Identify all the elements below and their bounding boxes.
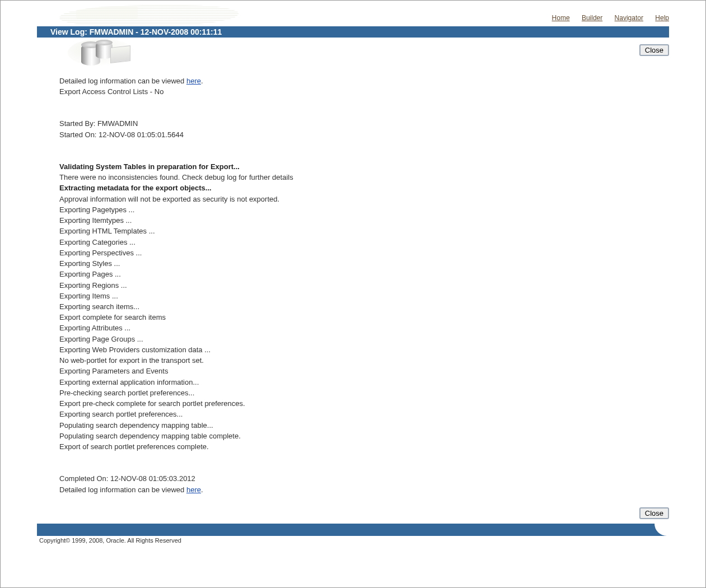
- log-line: Exporting Styles ...: [59, 258, 669, 269]
- top-nav: Home Builder Navigator Help: [542, 14, 669, 22]
- completed-on: Completed On: 12-NOV-08 01:05:03.2012: [59, 473, 669, 484]
- started-by: Started By: FMWADMIN: [59, 118, 669, 129]
- nav-navigator[interactable]: Navigator: [615, 14, 643, 22]
- log-line: Exporting Parameters and Events: [59, 366, 669, 376]
- completed-suffix: .: [201, 486, 203, 494]
- log-line: Approval information will not be exporte…: [59, 194, 669, 204]
- log-line: Exporting Items ...: [59, 291, 669, 301]
- validating-line: There were no inconsistencies found. Che…: [59, 172, 669, 183]
- completed-text: Detailed log information can be viewed: [59, 486, 186, 494]
- log-line: Export complete for search items: [59, 312, 669, 323]
- log-line: Exporting Pages ...: [59, 269, 669, 279]
- log-line: Populating search dependency mapping tab…: [59, 420, 669, 431]
- log-line: Exporting Perspectives ...: [59, 248, 669, 258]
- log-line: Pre-checking search portlet preferences.…: [59, 388, 669, 398]
- page-title: View Log: FMWADMIN - 12-NOV-2008 00:11:1…: [37, 26, 669, 38]
- log-line: Exporting Attributes ...: [59, 323, 669, 333]
- log-line: Exporting Page Groups ...: [59, 334, 669, 344]
- log-line: Exporting Categories ...: [59, 237, 669, 248]
- intro-suffix: .: [201, 77, 203, 85]
- nav-builder[interactable]: Builder: [582, 14, 602, 22]
- log-line: Exporting search portlet preferences...: [59, 409, 669, 419]
- log-line: Exporting search items...: [59, 301, 669, 312]
- close-button-top[interactable]: Close: [639, 44, 669, 56]
- log-line: Exporting Web Providers customization da…: [59, 344, 669, 355]
- export-acl-line: Export Access Control Lists - No: [59, 86, 669, 97]
- validating-header: Validating System Tables in preparation …: [59, 161, 669, 172]
- top-banner: Home Builder Navigator Help: [37, 5, 669, 26]
- log-here-link-top[interactable]: here: [186, 77, 201, 85]
- database-export-icon: [68, 36, 141, 70]
- intro-text: Detailed log information can be viewed: [59, 77, 186, 85]
- extracting-header: Extracting metadata for the export objec…: [59, 183, 669, 193]
- log-line: Exporting Pagetypes ...: [59, 204, 669, 215]
- log-here-link-bottom[interactable]: here: [186, 486, 201, 494]
- log-line: Exporting Itemtypes ...: [59, 215, 669, 226]
- nav-home[interactable]: Home: [552, 14, 570, 22]
- log-line: Exporting Regions ...: [59, 280, 669, 291]
- banner-decor: [59, 5, 239, 26]
- log-line: Populating search dependency mapping tab…: [59, 431, 669, 441]
- nav-help[interactable]: Help: [655, 14, 669, 22]
- footer-bar: [37, 524, 669, 536]
- log-line: Export of search portlet preferences com…: [59, 441, 669, 452]
- close-button-bottom[interactable]: Close: [639, 507, 669, 519]
- log-line: Exporting HTML Templates ...: [59, 226, 669, 236]
- started-on: Started On: 12-NOV-08 01:05:01.5644: [59, 129, 669, 140]
- log-content: Detailed log information can be viewed h…: [37, 71, 669, 495]
- log-line: No web-portlet for export in the transpo…: [59, 355, 669, 366]
- copyright: Copyright© 1999, 2008, Oracle. All Right…: [37, 536, 669, 544]
- log-line: Exporting external application informati…: [59, 377, 669, 388]
- log-line: Export pre-check complete for search por…: [59, 398, 669, 409]
